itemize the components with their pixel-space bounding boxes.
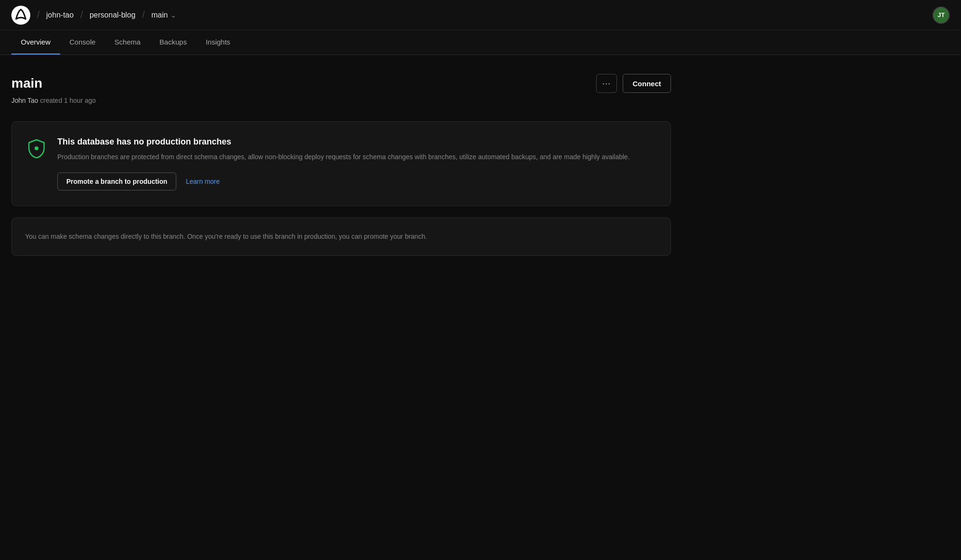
avatar[interactable]: JT (933, 7, 950, 24)
tab-backups[interactable]: Backups (150, 30, 197, 54)
branch-time-ago: 1 hour ago (64, 97, 96, 104)
nav-sep-3: / (142, 9, 145, 20)
shield-icon (26, 138, 47, 159)
nav-branch-selector[interactable]: main ⌄ (151, 11, 176, 19)
shield-icon-wrapper (25, 137, 48, 160)
learn-more-link[interactable]: Learn more (186, 178, 220, 185)
chevron-down-icon: ⌄ (171, 11, 176, 19)
tab-insights[interactable]: Insights (196, 30, 240, 54)
promote-branch-button[interactable]: Promote a branch to production (57, 172, 176, 190)
tabs-bar: Overview Console Schema Backups Insights (0, 30, 961, 55)
notice-card: You can make schema changes directly to … (11, 217, 671, 255)
info-card-body: This database has no production branches… (57, 137, 657, 190)
production-info-card: This database has no production branches… (11, 121, 671, 206)
nav-sep-1: / (37, 9, 40, 20)
info-card-actions: Promote a branch to production Learn mor… (57, 172, 657, 190)
created-label: created (40, 97, 64, 104)
branch-meta: John Tao created 1 hour ago (11, 97, 671, 104)
more-options-button[interactable]: ··· (596, 74, 617, 93)
svg-point-1 (35, 146, 38, 150)
branch-title: main (11, 76, 42, 91)
nav-branch-name: main (151, 11, 168, 19)
nav-org-link[interactable]: john-tao (46, 11, 74, 19)
info-card-title: This database has no production branches (57, 137, 657, 147)
svg-point-0 (11, 6, 30, 25)
branch-actions: ··· Connect (596, 74, 671, 93)
tab-schema[interactable]: Schema (105, 30, 150, 54)
nav-sep-2: / (80, 9, 83, 20)
info-card-description: Production branches are protected from d… (57, 152, 657, 162)
nav-repo-link[interactable]: personal-blog (90, 11, 136, 19)
app-logo[interactable] (11, 6, 30, 25)
connect-button[interactable]: Connect (623, 74, 671, 93)
main-content: main ··· Connect John Tao created 1 hour… (0, 55, 682, 275)
branch-header: main ··· Connect (11, 74, 671, 93)
tab-console[interactable]: Console (60, 30, 105, 54)
branch-author: John Tao (11, 97, 38, 104)
tab-overview[interactable]: Overview (11, 30, 60, 54)
notice-card-text: You can make schema changes directly to … (25, 231, 657, 242)
navbar: / john-tao / personal-blog / main ⌄ JT (0, 0, 961, 30)
